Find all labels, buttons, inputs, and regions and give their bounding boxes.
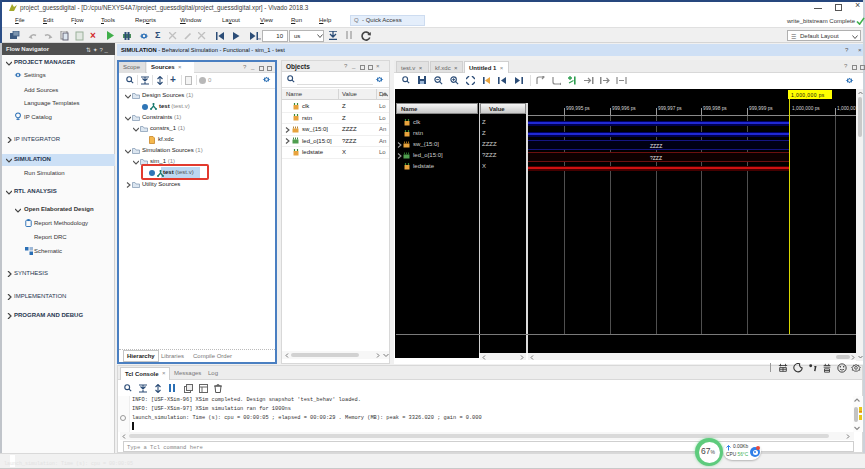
svg-text:ns: ns — [258, 37, 261, 40]
